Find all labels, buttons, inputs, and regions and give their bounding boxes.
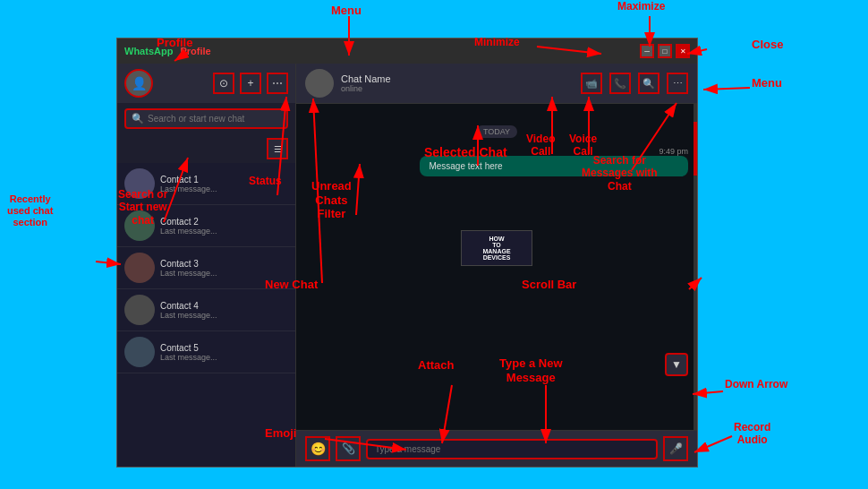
title-bar-left: WhatsApp Profile: [124, 46, 211, 56]
video-call-button[interactable]: 📹: [581, 73, 602, 94]
sidebar-header-left: 👤: [124, 69, 153, 98]
chat-preview: Last message...: [160, 311, 288, 320]
search-bar: 🔍: [117, 103, 295, 134]
message-text: Message text here: [429, 161, 679, 171]
chat-preview: Last message...: [160, 184, 288, 193]
chat-list: Contact 1 Last message... Contact 2 Last…: [117, 163, 295, 467]
record-audio-button[interactable]: 🎤: [663, 436, 688, 461]
list-item[interactable]: Contact 2 Last message...: [117, 205, 295, 247]
list-item[interactable]: Contact 1 Last message...: [117, 163, 295, 205]
list-item[interactable]: Contact 4 Last message...: [117, 289, 295, 331]
message-time: 9:49 pm: [305, 147, 688, 156]
emoji-button[interactable]: 😊: [305, 436, 330, 461]
chat-messages: TODAY 9:49 pm Message text here HOW TO M…: [296, 104, 697, 430]
howto-text: HOW TO MANAGE DEVICES: [482, 236, 510, 261]
chat-name: Contact 1: [160, 175, 288, 184]
annotation-menu-top: Menu: [331, 4, 362, 18]
sidebar: 👤 ⊙ + ⋯ 🔍 ☰: [117, 64, 296, 467]
chat-header-right: 📹 📞 🔍 ⋯: [581, 73, 688, 94]
avatar: [124, 210, 155, 241]
chat-name: Contact 4: [160, 301, 288, 311]
minimize-button[interactable]: ─: [640, 44, 654, 58]
chat-info: Contact 3 Last message...: [160, 259, 288, 278]
avatar: [124, 253, 155, 283]
chat-name: Contact 5: [160, 343, 288, 353]
search-input-wrap: 🔍: [124, 108, 288, 129]
chat-name: Contact 2: [160, 217, 288, 227]
sidebar-header: 👤 ⊙ + ⋯: [117, 64, 295, 103]
chat-preview: Last message...: [160, 269, 288, 278]
scrollbar-thumb[interactable]: [694, 122, 697, 176]
chat-info: Contact 5 Last message...: [160, 343, 288, 362]
avatar: [124, 295, 155, 325]
annotation-maximize: Maximize: [617, 0, 665, 13]
voice-call-button[interactable]: 📞: [609, 73, 631, 94]
annotation-recently-used: Recently used chat section: [7, 193, 53, 229]
app-brand: WhatsApp: [124, 46, 173, 56]
unread-filter-button[interactable]: ☰: [267, 138, 288, 159]
down-arrow-button[interactable]: ▼: [665, 353, 688, 376]
chat-name: Contact 3: [160, 259, 288, 269]
annotation-menu-right: Menu: [752, 76, 782, 90]
profile-label: Profile: [180, 46, 210, 56]
howto-image: HOW TO MANAGE DEVICES: [461, 230, 532, 266]
avatar: [124, 168, 155, 199]
chat-info: Contact 4 Last message...: [160, 301, 288, 320]
filter-bar: ☰: [117, 134, 295, 163]
chat-header-info: Chat Name online: [341, 73, 391, 93]
search-icon: 🔍: [132, 113, 144, 124]
whatsapp-window: WhatsApp Profile ─ □ ✕ 👤 ⊙ + ⋯: [116, 38, 698, 468]
message-input[interactable]: [366, 439, 658, 459]
chat-status: online: [341, 84, 391, 93]
maximize-button[interactable]: □: [658, 44, 672, 58]
message-bubble: Message text here: [420, 156, 688, 176]
chat-info: Contact 2 Last message...: [160, 217, 288, 236]
chat-avatar: [305, 69, 334, 98]
chat-header: Chat Name online 📹 📞 🔍 ⋯: [296, 64, 697, 104]
chat-header-left: Chat Name online: [305, 69, 391, 98]
chat-preview: Last message...: [160, 353, 288, 362]
annotation-down-arrow: Down Arrow: [725, 378, 787, 390]
list-item[interactable]: Contact 5 Last message...: [117, 331, 295, 373]
annotation-close: Close: [752, 38, 783, 52]
main-content: 👤 ⊙ + ⋯ 🔍 ☰: [117, 64, 697, 467]
title-bar: WhatsApp Profile ─ □ ✕: [117, 39, 697, 64]
search-input[interactable]: [148, 114, 281, 124]
title-bar-right: ─ □ ✕: [640, 44, 690, 58]
status-button[interactable]: ⊙: [213, 73, 234, 94]
scrollbar[interactable]: [694, 104, 697, 430]
chat-info: Contact 1 Last message...: [160, 175, 288, 193]
close-button[interactable]: ✕: [676, 44, 690, 58]
sidebar-menu-button[interactable]: ⋯: [267, 73, 288, 94]
sidebar-header-icons: ⊙ + ⋯: [213, 73, 288, 94]
attach-button[interactable]: 📎: [336, 436, 361, 461]
search-messages-button[interactable]: 🔍: [638, 73, 660, 94]
chat-panel: Chat Name online 📹 📞 🔍 ⋯ TODAY 9:49 pm: [296, 64, 697, 467]
svg-line-20: [694, 436, 732, 452]
date-divider: TODAY: [305, 122, 688, 138]
svg-line-5: [703, 88, 750, 90]
chat-menu-button[interactable]: ⋯: [667, 73, 688, 94]
new-chat-button[interactable]: +: [240, 73, 261, 94]
chat-preview: Last message...: [160, 227, 288, 236]
date-label: TODAY: [476, 125, 517, 138]
user-avatar[interactable]: 👤: [124, 69, 153, 98]
annotation-record-audio: Record Audio: [734, 421, 770, 447]
avatar: [124, 337, 155, 367]
list-item[interactable]: Contact 3 Last message...: [117, 247, 295, 289]
chat-title: Chat Name: [341, 73, 391, 84]
chat-input-area: 😊 📎 🎤: [296, 430, 697, 467]
